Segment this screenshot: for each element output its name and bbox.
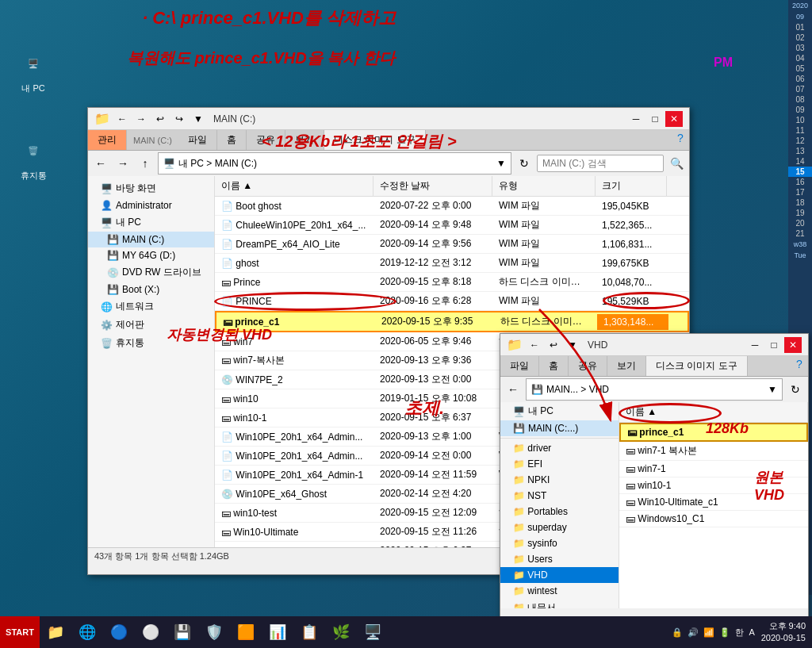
vhd-folder-portables[interactable]: 📁 Portables	[500, 504, 619, 520]
start-button[interactable]: START	[0, 616, 40, 648]
sidebar-item-my64g[interactable]: 💾 MY 64G (D:)	[88, 247, 214, 263]
tab-view[interactable]: 보기	[285, 130, 324, 150]
search-btn[interactable]: 🔍	[667, 155, 686, 172]
tray-network[interactable]: 📶	[703, 627, 714, 638]
calendar-day-3[interactable]: 03	[788, 43, 812, 53]
taskbar-explorer[interactable]: 📁	[40, 616, 71, 648]
tab-home[interactable]: 홈	[217, 130, 247, 150]
sidebar-item-network[interactable]: 🌐 네트워크	[88, 297, 214, 316]
calendar-day-14[interactable]: 14	[788, 156, 812, 167]
vhd-close-btn[interactable]: ✕	[784, 337, 802, 353]
calendar-day-13[interactable]: 13	[788, 146, 812, 156]
taskbar-app1[interactable]: 🛡️	[198, 616, 230, 648]
calendar-day-17[interactable]: 17	[788, 187, 812, 197]
taskbar-app5[interactable]: 🌿	[325, 616, 357, 648]
tab-disk-tools[interactable]: 디스크 이미지 도구	[324, 130, 426, 150]
vhd-minimize-btn[interactable]: ─	[746, 337, 764, 353]
vhd-file-windows10-c1[interactable]: 🖴 Windows10_C1	[619, 511, 808, 527]
calendar-day-18[interactable]: 18	[788, 197, 812, 208]
taskbar-ie[interactable]: 🌐	[71, 616, 103, 648]
calendar-day-16[interactable]: 16	[788, 177, 812, 187]
vhd-file-prince-c1[interactable]: 🖴 prince_c1	[619, 423, 808, 442]
back-quick-btn[interactable]: ←	[113, 111, 131, 127]
vhd-folder-nst[interactable]: 📁 NST	[500, 488, 619, 504]
vhd-breadcrumb[interactable]: 💾 MAIN... > VHD ▼	[526, 378, 783, 401]
vhd-folder-superday[interactable]: 📁 superday	[500, 520, 619, 535]
calendar-day-9[interactable]: 09	[788, 105, 812, 115]
vhd-help-btn[interactable]: ?	[791, 356, 808, 372]
vhd-tab-view[interactable]: 보기	[607, 356, 646, 376]
vhd-folder-vhd[interactable]: 📁 VHD	[500, 567, 619, 583]
vhd-dropdown-btn[interactable]: ▼	[564, 337, 581, 353]
tab-file[interactable]: 파일	[178, 130, 217, 150]
tray-lang[interactable]: 한	[735, 627, 744, 638]
address-breadcrumb[interactable]: 🖥️ 내 PC > MAIN (C:) ▼	[158, 152, 511, 174]
sidebar-item-recycle-bin[interactable]: 🗑️ 휴지통	[88, 334, 214, 352]
calendar-day-5[interactable]: 05	[788, 63, 812, 74]
vhd-folder-users[interactable]: 📁 Users	[500, 551, 619, 567]
undo-btn[interactable]: ↩	[151, 111, 169, 127]
tray-ime[interactable]: A	[749, 627, 754, 637]
vhd-file-win10-1[interactable]: 🖴 win10-1	[619, 477, 808, 494]
table-row[interactable]: 🖴 Prince 2020-09-15 오후 8:18 하드 디스크 이미지 파…	[215, 273, 689, 292]
vhd-file-win7-1-copy[interactable]: 🖴 win7-1 복사본	[619, 442, 808, 461]
sidebar-item-dvd-rw[interactable]: 💿 DVD RW 드라이브	[88, 263, 214, 282]
calendar-day-2[interactable]: 02	[788, 33, 812, 43]
calendar-day-11[interactable]: 11	[788, 125, 812, 136]
vhd-back-btn[interactable]: ←	[526, 337, 543, 353]
nav-up-btn[interactable]: ↑	[136, 155, 155, 172]
maximize-btn[interactable]: □	[646, 111, 664, 127]
col-type[interactable]: 유형	[492, 176, 596, 196]
taskbar-storage[interactable]: 💾	[167, 616, 198, 648]
calendar-day-4[interactable]: 04	[788, 53, 812, 63]
vhd-maximize-btn[interactable]: □	[765, 337, 783, 353]
sidebar-item-boot-x[interactable]: 💾 Boot (X:)	[88, 282, 214, 297]
help-btn[interactable]: ?	[672, 130, 689, 146]
sidebar-item-main-c[interactable]: 💾 MAIN (C:)	[88, 232, 214, 247]
vhd-file-win10-ult-c1[interactable]: 🖴 Win10-Ultimate_c1	[619, 494, 808, 511]
calendar-day-19[interactable]: 19	[788, 208, 812, 218]
refresh-btn[interactable]: ↻	[515, 155, 534, 172]
vhd-folder-npki[interactable]: 📁 NPKI	[500, 472, 619, 488]
calendar-day-7[interactable]: 07	[788, 84, 812, 94]
taskbar-app3[interactable]: 📊	[262, 616, 293, 648]
taskbar-chrome[interactable]: ⚪	[135, 616, 167, 648]
table-row[interactable]: 📄 PRINCE 2020-09-16 오후 6:28 WIM 파일 195,5…	[215, 292, 689, 311]
table-row-prince-c1[interactable]: 🖴 prince_c1 2020-09-15 오후 9:35 하드 디스크 이미…	[215, 311, 689, 332]
minimize-btn[interactable]: ─	[627, 111, 645, 127]
taskbar-edge[interactable]: 🔵	[103, 616, 135, 648]
sidebar-item-mypc[interactable]: 🖥️ 내 PC	[88, 213, 214, 232]
vhd-undo-btn[interactable]: ↩	[545, 337, 562, 353]
vhd-refresh-btn[interactable]: ↻	[786, 381, 805, 398]
vhd-folder-efi[interactable]: 📁 EFI	[500, 456, 619, 472]
calendar-day-6[interactable]: 06	[788, 74, 812, 84]
vhd-file-win7-1[interactable]: 🖴 win7-1	[619, 461, 808, 477]
vhd-folder-sysinfo[interactable]: 📁 sysinfo	[500, 535, 619, 551]
col-modified[interactable]: 수정한 날짜	[373, 176, 492, 196]
taskbar-app2[interactable]: 🟧	[230, 616, 262, 648]
sidebar-item-desktop[interactable]: 🖥️ 바탕 화면	[88, 179, 214, 197]
taskbar-app4[interactable]: 📋	[293, 616, 325, 648]
taskbar-app6[interactable]: 🖥️	[357, 616, 389, 648]
table-row[interactable]: 📄 ghost 2019-12-12 오전 3:12 WIM 파일 199,67…	[215, 254, 689, 273]
calendar-day-21[interactable]: 21	[788, 228, 812, 239]
vhd-tab-disk[interactable]: 디스크 이미지 도구	[646, 356, 748, 376]
calendar-day-1[interactable]: 01	[788, 22, 812, 33]
vhd-sidebar-mypc[interactable]: 🖥️ 내 PC	[500, 402, 619, 420]
sidebar-item-control-panel[interactable]: ⚙️ 제어판	[88, 316, 214, 334]
sidebar-item-admin[interactable]: 👤 Administrator	[88, 197, 214, 213]
calendar-day-20[interactable]: 20	[788, 218, 812, 228]
vhd-folder-naemunse[interactable]: 📁 내문서	[500, 599, 619, 608]
vhd-sidebar-main-c[interactable]: 💾 MAIN (C:...)	[500, 420, 619, 436]
vhd-folder-driver[interactable]: 📁 driver	[500, 440, 619, 456]
tab-share[interactable]: 공유	[247, 130, 285, 150]
calendar-day-10[interactable]: 10	[788, 115, 812, 125]
search-input[interactable]	[537, 155, 664, 172]
taskbar-clock[interactable]: 오후 9:40 2020-09-15	[761, 620, 812, 645]
tray-volume[interactable]: 🔊	[688, 627, 699, 638]
col-name[interactable]: 이름 ▲	[215, 176, 373, 196]
nav-back-btn[interactable]: ←	[91, 155, 110, 172]
table-row[interactable]: 📄 DreamPE_x64_AIO_Lite 2020-09-14 오후 9:5…	[215, 235, 689, 254]
table-row[interactable]: 📄 Boot ghost 2020-07-22 오후 0:00 WIM 파일 1…	[215, 197, 689, 216]
table-row[interactable]: 📄 ChuleeWin10PE_20h1_x64_... 2020-09-14 …	[215, 216, 689, 235]
